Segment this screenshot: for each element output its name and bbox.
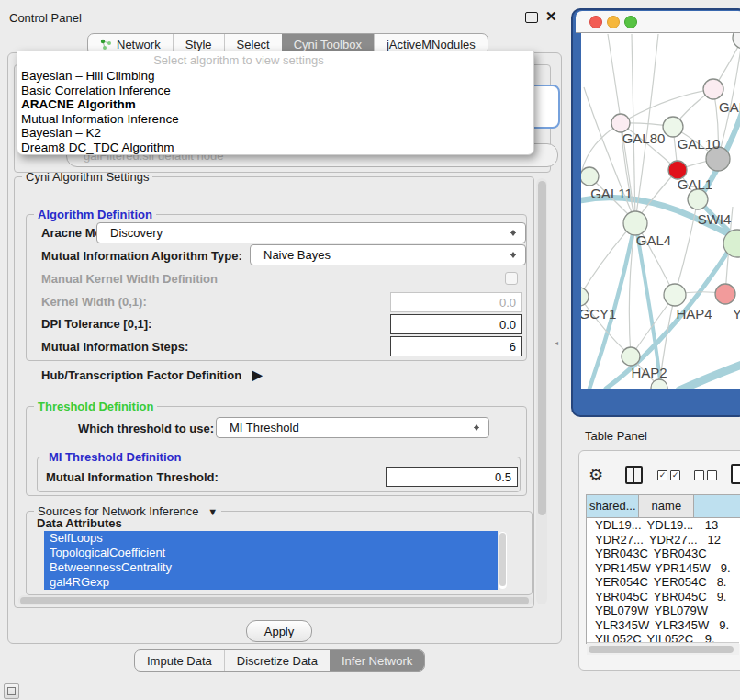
float-panel-icon[interactable] — [525, 12, 538, 23]
node-label: GAL11 — [590, 186, 633, 201]
data-attributes-label: Data Attributes — [37, 516, 122, 530]
algorithm-option[interactable]: Bayesian – K2 — [17, 126, 533, 141]
node-gal80[interactable] — [611, 114, 630, 132]
node-gal10[interactable] — [663, 117, 683, 137]
node-hap4[interactable] — [664, 284, 686, 306]
node-label: GAL8 — [719, 99, 740, 115]
hub-definition-toggle[interactable]: Hub/Transcription Factor Definition ▶ — [41, 367, 263, 382]
panel-title: Control Panel — [9, 11, 82, 25]
aracne-mode-combo[interactable]: Discovery — [96, 222, 526, 243]
gear-icon[interactable]: ⚙ — [589, 465, 603, 485]
mac-close-button[interactable] — [590, 17, 602, 28]
kernel-width-label: Kernel Width (0,1): — [41, 295, 147, 309]
attribute-item[interactable]: BetweennessCentrality — [44, 560, 498, 575]
algorithm-option[interactable]: Bayesian – Hill Climbing — [17, 69, 533, 84]
spinner-arrows-icon — [473, 422, 480, 434]
manual-kernel-label: Manual Kernel Width Definition — [41, 272, 218, 286]
node-table[interactable]: shared... name YDL19...YDL19...13 YDR27.… — [586, 494, 740, 644]
algorithm-option-selected[interactable]: ARACNE Algorithm — [17, 97, 533, 112]
mi-threshold-group-title: MI Threshold Definition — [45, 450, 185, 464]
table-panel-title: Table Panel — [585, 429, 647, 443]
attribute-item[interactable]: SelfLoops — [44, 531, 498, 546]
select-all-checks-icon[interactable]: ✓ — [670, 470, 680, 480]
table-hscrollbar[interactable] — [587, 642, 739, 655]
settings-scrollbar[interactable] — [536, 178, 547, 604]
table-row[interactable]: YDR27...YDR27...12 — [587, 533, 740, 548]
network-view-window[interactable]: GAL8 GAL80 GAL10 GAL1 GAL11 SWI4 GAL4 GC… — [571, 5, 740, 418]
table-row[interactable]: YBR045CYBR045C9. — [587, 590, 740, 604]
deselect-all-checks-icon[interactable] — [694, 470, 704, 480]
node-label: GAL80 — [622, 130, 666, 146]
algorithm-dropdown-list: Select algorithm to view settings Bayesi… — [17, 51, 534, 155]
mi-steps-label: Mutual Information Steps: — [41, 340, 188, 354]
close-icon[interactable]: ✕ — [545, 8, 557, 25]
mi-threshold-field[interactable]: 0.5 — [386, 467, 518, 487]
column-header-shared-name[interactable]: shared... — [587, 495, 639, 517]
bottom-tabbar: Impute Data Discretize Data Infer Networ… — [134, 649, 425, 672]
algorithm-option[interactable]: Mutual Information Inference — [17, 112, 533, 127]
node-gal11[interactable] — [580, 167, 599, 186]
select-all-checks-icon[interactable]: ✓ — [657, 470, 667, 480]
table-row[interactable]: YPR145WYPR145W9. — [587, 561, 740, 576]
node-label: GAL1 — [678, 176, 712, 192]
dpi-tolerance-label: DPI Tolerance [0,1]: — [41, 317, 151, 331]
collapse-right-icon: ▶ — [252, 367, 263, 382]
kernel-width-field[interactable]: 0.0 — [390, 292, 522, 312]
deselect-all-checks-icon[interactable] — [707, 470, 717, 480]
tab-infer-network[interactable]: Infer Network — [330, 650, 424, 671]
node-salmon[interactable] — [715, 284, 735, 304]
manual-kernel-checkbox[interactable] — [505, 272, 518, 285]
mac-minimize-button[interactable] — [608, 17, 620, 28]
columns-view-icon[interactable] — [625, 466, 643, 484]
node-label: GAL10 — [678, 136, 721, 152]
node-swi4[interactable] — [688, 189, 708, 209]
data-attributes-list[interactable]: SelfLoops TopologicalCoefficient Between… — [44, 531, 498, 590]
table-row[interactable]: YDL19...YDL19...13 — [587, 518, 740, 533]
mi-type-label: Mutual Information Algorithm Type: — [41, 249, 242, 263]
which-threshold-combo[interactable]: MI Threshold — [216, 417, 489, 438]
node-label: GCY1 — [579, 306, 617, 322]
node-label: HAP2 — [631, 365, 667, 380]
table-row[interactable]: YLR345WYLR345W9. — [587, 618, 740, 633]
node-label: HAP4 — [676, 306, 712, 322]
node-label: Y — [733, 306, 740, 322]
which-threshold-label: Which threshold to use: — [78, 422, 214, 435]
dpi-tolerance-field[interactable]: 0.0 — [390, 314, 522, 334]
splitter-arrow-icon[interactable]: ◂ — [555, 339, 558, 347]
tab-discretize-data[interactable]: Discretize Data — [224, 650, 330, 671]
dropdown-placeholder: Select algorithm to view settings — [17, 51, 533, 69]
node-label: SWI4 — [698, 211, 732, 227]
spinner-arrows-icon — [510, 227, 517, 239]
mi-steps-field[interactable]: 6 — [390, 336, 522, 356]
apply-button[interactable]: Apply — [246, 620, 312, 642]
table-row[interactable]: YBR043CYBR043C — [587, 547, 740, 561]
table-row[interactable]: YBL079WYBL079W — [587, 604, 740, 618]
table-function-icon[interactable] — [731, 464, 740, 484]
mi-threshold-label: Mutual Information Threshold: — [46, 470, 219, 484]
node-label: GAL4 — [636, 232, 671, 248]
node-gal8[interactable] — [703, 79, 723, 99]
attribute-item[interactable]: TopologicalCoefficient — [44, 546, 498, 560]
settings-hscrollbar[interactable] — [18, 595, 533, 605]
expand-down-icon: ▼ — [207, 506, 218, 517]
node-hap2[interactable] — [622, 347, 640, 366]
tab-impute-data[interactable]: Impute Data — [135, 650, 224, 671]
column-header-name[interactable]: name — [639, 495, 694, 517]
algorithm-option[interactable]: Basic Correlation Inference — [17, 84, 533, 98]
spinner-arrows-icon — [510, 249, 517, 261]
algorithm-definition-title: Algorithm Definition — [34, 208, 156, 221]
column-header-partial[interactable] — [694, 495, 740, 517]
network-icon — [100, 39, 112, 51]
attribute-item[interactable]: gal4RGexp — [44, 575, 498, 590]
mac-zoom-button[interactable] — [625, 17, 637, 28]
attributes-scrollbar[interactable] — [499, 532, 507, 589]
mi-type-combo[interactable]: Naive Bayes — [250, 244, 526, 265]
algorithm-option[interactable]: Dream8 DC_TDC Algorithm — [17, 141, 533, 155]
table-row[interactable]: YER054CYER054C8. — [587, 575, 740, 590]
minimized-panel-icon[interactable] — [4, 683, 19, 699]
threshold-definition-title: Threshold Definition — [34, 400, 157, 413]
